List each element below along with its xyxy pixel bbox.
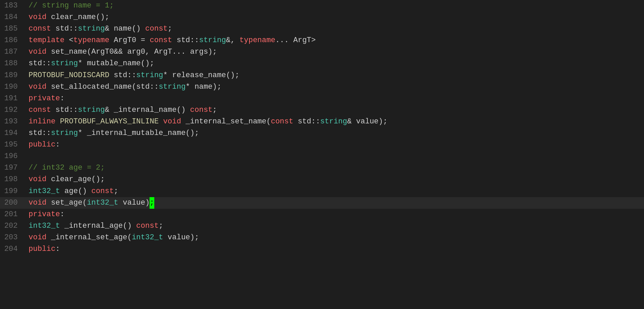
token-keyword: template — [29, 35, 65, 46]
token-comment: // string name = 1; — [29, 0, 114, 12]
token-keyword: inline — [29, 116, 55, 127]
code-line: 190void set_allocated_name(std::string* … — [0, 81, 644, 93]
token-teal: int32_t — [132, 232, 163, 243]
token-plain: * name); — [186, 81, 222, 93]
token-plain: value) — [118, 197, 150, 209]
code-line: 197// int32 age = 2; — [0, 162, 644, 174]
line-number: 183 — [0, 0, 24, 12]
token-keyword: const — [136, 220, 159, 232]
code-line: 193inline PROTOBUF_ALWAYS_INLINE void _i… — [0, 116, 644, 127]
token-plain: _internal_set_age( — [47, 232, 132, 243]
token-plain: _internal_age() — [60, 220, 136, 232]
line-content: const std::string& _internal_name() cons… — [24, 104, 644, 116]
token-plain: : — [60, 209, 64, 220]
code-line: 185const std::string& name() const; — [0, 23, 644, 35]
cursor: ; — [150, 197, 154, 209]
token-plain: : — [55, 139, 60, 151]
token-keyword: const — [271, 116, 293, 127]
token-plain: * mutable_name(); — [78, 58, 154, 69]
token-plain: : — [60, 93, 64, 104]
line-number: 190 — [0, 81, 24, 93]
token-plain: set_age( — [47, 197, 87, 209]
token-plain: _internal_set_name( — [181, 116, 271, 127]
token-keyword: const — [190, 104, 212, 116]
token-plain: & name() — [105, 23, 145, 35]
token-teal: string — [136, 70, 163, 81]
token-keyword: void — [29, 232, 47, 243]
code-line: 184void clear_name(); — [0, 12, 644, 23]
line-number: 204 — [0, 243, 24, 255]
code-line: 199int32_t age() const; — [0, 186, 644, 197]
token-plain — [159, 116, 163, 127]
token-plain: & value); — [347, 116, 387, 127]
token-plain: clear_name(); — [47, 12, 109, 23]
code-line: 194std::string* _internal_mutable_name()… — [0, 127, 644, 139]
code-line: 203void _internal_set_age(int32_t value)… — [0, 232, 644, 243]
token-keyword: const — [29, 23, 51, 35]
line-content: void set_name(ArgT0&& arg0, ArgT... args… — [24, 46, 644, 58]
token-teal: string — [159, 81, 186, 93]
code-line: 200void set_age(int32_t value); — [0, 197, 644, 209]
code-line: 183// string name = 1; — [0, 0, 644, 12]
token-teal: int32_t — [87, 197, 118, 209]
line-number: 202 — [0, 220, 24, 232]
code-line: 204public: — [0, 243, 644, 255]
token-plain — [55, 116, 60, 127]
token-plain: set_allocated_name(std:: — [47, 81, 159, 93]
line-content: // string name = 1; — [24, 0, 644, 12]
line-content: int32_t age() const; — [24, 186, 644, 197]
token-teal: string — [51, 58, 78, 69]
token-keyword: public — [29, 139, 55, 151]
token-plain: ; — [212, 104, 217, 116]
token-plain: ; — [114, 186, 118, 197]
token-keyword: void — [29, 81, 47, 93]
line-number: 188 — [0, 58, 24, 69]
token-plain: std:: — [51, 104, 78, 116]
token-keyword: private — [29, 209, 60, 220]
token-keyword: const — [150, 35, 172, 46]
line-content: void clear_age(); — [24, 174, 644, 185]
token-teal: string — [320, 116, 347, 127]
code-line: 192const std::string& _internal_name() c… — [0, 104, 644, 116]
token-keyword: void — [163, 116, 181, 127]
token-plain: std:: — [172, 35, 199, 46]
line-content: private: — [24, 93, 644, 104]
code-line: 188std::string* mutable_name(); — [0, 58, 644, 69]
token-plain: std:: — [51, 23, 78, 35]
token-teal: string — [199, 35, 226, 46]
token-plain: std:: — [29, 127, 51, 139]
line-number: 193 — [0, 116, 24, 127]
line-number: 187 — [0, 46, 24, 58]
token-keyword: void — [29, 197, 47, 209]
line-content: std::string* mutable_name(); — [24, 58, 644, 69]
token-keyword: private — [29, 93, 60, 104]
token-plain: & _internal_name() — [105, 104, 190, 116]
token-keyword: typename — [240, 35, 276, 46]
line-number: 186 — [0, 35, 24, 46]
token-plain: * _internal_mutable_name(); — [78, 127, 199, 139]
token-plain: set_name(ArgT0&& arg0, ArgT... args); — [47, 46, 217, 58]
code-line: 191private: — [0, 93, 644, 104]
line-content: public: — [24, 139, 644, 151]
token-plain: < — [65, 35, 73, 46]
token-comment: // int32 age = 2; — [29, 162, 105, 174]
token-keyword: void — [29, 12, 47, 23]
line-content: void _internal_set_age(int32_t value); — [24, 232, 644, 243]
code-line: 189PROTOBUF_NODISCARD std::string* relea… — [0, 70, 644, 81]
line-content: std::string* _internal_mutable_name(); — [24, 127, 644, 139]
token-teal: string — [78, 104, 105, 116]
line-content — [24, 151, 644, 162]
token-plain: std:: — [29, 58, 51, 69]
line-content: private: — [24, 209, 644, 220]
line-number: 189 — [0, 70, 24, 81]
token-plain: std:: — [109, 70, 136, 81]
line-content: // int32 age = 2; — [24, 162, 644, 174]
token-keyword: const — [91, 186, 114, 197]
token-keyword: void — [29, 46, 47, 58]
token-plain: ; — [168, 23, 172, 35]
code-line: 186template <typename ArgT0 = const std:… — [0, 35, 644, 46]
line-content: inline PROTOBUF_ALWAYS_INLINE void _inte… — [24, 116, 644, 127]
code-line: 195public: — [0, 139, 644, 151]
code-line: 201private: — [0, 209, 644, 220]
token-plain: ; — [159, 220, 163, 232]
